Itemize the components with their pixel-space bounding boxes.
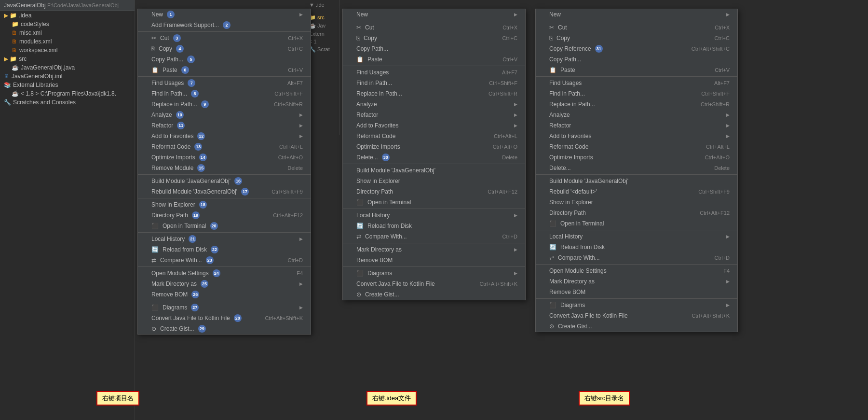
menu-item-diagrams[interactable]: ⬛Diagrams27 xyxy=(138,302,311,313)
menu2-item-convert[interactable]: Convert Java File to Kotlin File Ctrl+Al… xyxy=(343,279,525,289)
menu3-item-refactor[interactable]: Refactor xyxy=(536,120,737,131)
menu-item-optimize-imports[interactable]: Optimize Imports14 Ctrl+Alt+O xyxy=(138,152,311,163)
menu2-item-delete[interactable]: Delete...30 Delete xyxy=(343,152,525,163)
menu-item-local-history[interactable]: Local History21 xyxy=(138,234,311,244)
menu2-item-diagrams[interactable]: ⬛Diagrams xyxy=(343,268,525,279)
tree-item-scratches[interactable]: 🔧 Scratches and Consoles xyxy=(0,98,135,107)
menu-label: Open Module Settings xyxy=(151,270,209,277)
menu-item-reload-disk[interactable]: 🔄Reload from Disk22 xyxy=(138,244,311,255)
menu-item-analyze[interactable]: Analyze10 xyxy=(138,110,311,120)
menu2-item-gist[interactable]: ⊙Create Gist... xyxy=(343,289,525,300)
menu3-item-mark-dir[interactable]: Mark Directory as xyxy=(536,276,737,287)
menu3-item-local-history[interactable]: Local History xyxy=(536,231,737,242)
tree-item-java[interactable]: ☕ JavaGeneralObj.java xyxy=(0,63,135,72)
menu-item-add-framework[interactable]: Add Framework Support...2 xyxy=(138,20,311,30)
menu3-item-find-in-path[interactable]: Find in Path... Ctrl+Shift+F xyxy=(536,88,737,99)
menu3-item-copy[interactable]: ⎘Copy Ctrl+C xyxy=(536,33,737,43)
menu-item-rebuild-module[interactable]: Rebuild Module 'JavaGeneralObj'17 Ctrl+S… xyxy=(138,186,311,197)
menu-item-paste[interactable]: 📋Paste6 Ctrl+V xyxy=(138,65,311,75)
menu-item-copy-path[interactable]: Copy Path...5 xyxy=(138,54,311,65)
tree-item-src[interactable]: ▶ 📁 src xyxy=(0,55,135,63)
menu3-item-paste[interactable]: 📋Paste Ctrl+V xyxy=(536,65,737,75)
menu2-item-dir-path[interactable]: Directory Path Ctrl+Alt+F12 xyxy=(343,186,525,197)
tree-item-codeStyles[interactable]: 📁 codeStyles xyxy=(0,20,135,28)
menu2-item-remove-bom[interactable]: Remove BOM xyxy=(343,255,525,266)
menu-item-show-explorer[interactable]: Show in Explorer18 xyxy=(138,199,311,210)
menu-item-open-module-settings[interactable]: Open Module Settings24 F4 xyxy=(138,268,311,279)
file-tree-panel-2: ▼ .ide 📁 src ☕ Jav Extern < 1 🔧 Scrat xyxy=(306,0,340,135)
menu3-item-optimize[interactable]: Optimize Imports Ctrl+Alt+O xyxy=(536,152,737,163)
menu-item-find-in-path[interactable]: Find in Path...8 Ctrl+Shift+F xyxy=(138,88,311,99)
menu3-item-replace-in-path[interactable]: Replace in Path... Ctrl+Shift+R xyxy=(536,99,737,110)
menu3-item-terminal[interactable]: ⬛Open in Terminal xyxy=(536,218,737,229)
menu3-item-find-usages[interactable]: Find Usages Alt+F7 xyxy=(536,78,737,88)
menu-item-open-terminal[interactable]: ⬛Open in Terminal20 xyxy=(138,221,311,231)
menu-item-convert-kotlin[interactable]: Convert Java File to Kotlin File28 Ctrl+… xyxy=(138,313,311,323)
menu3-item-rebuild[interactable]: Rebuild '<default>' Ctrl+Shift+F9 xyxy=(536,186,737,197)
tree-item-misc[interactable]: 🗎 misc.xml xyxy=(0,28,135,37)
menu3-item-copy-reference[interactable]: Copy Reference31 Ctrl+Alt+Shift+C xyxy=(536,43,737,54)
menu3-item-open-module[interactable]: Open Module Settings F4 xyxy=(536,266,737,276)
menu-item-remove-module[interactable]: Remove Module15 Delete xyxy=(138,163,311,173)
menu2-item-show-explorer[interactable]: Show in Explorer xyxy=(343,176,525,186)
menu3-item-build[interactable]: Build Module 'JavaGeneralObj' xyxy=(536,176,737,186)
menu2-item-cut[interactable]: ✂Cut Ctrl+X xyxy=(343,22,525,33)
menu2-item-reload[interactable]: 🔄Reload from Disk xyxy=(343,221,525,231)
menu3-item-reformat[interactable]: Reformat Code Ctrl+Alt+L xyxy=(536,141,737,152)
menu2-item-copy-path[interactable]: Copy Path... xyxy=(343,43,525,54)
menu-item-compare-with[interactable]: ⇄Compare With...23 Ctrl+D xyxy=(138,255,311,266)
menu3-item-reload[interactable]: 🔄Reload from Disk xyxy=(536,242,737,252)
menu-item-build-module[interactable]: Build Module 'JavaGeneralObj'16 xyxy=(138,176,311,186)
menu-item-directory-path[interactable]: Directory Path19 Ctrl+Alt+F12 xyxy=(138,210,311,221)
menu2-item-copy[interactable]: ⎘Copy Ctrl+C xyxy=(343,33,525,43)
menu-label: Remove BOM xyxy=(356,257,393,264)
tree-item-iml[interactable]: 🗎 JavaGeneralObj.iml xyxy=(0,72,135,81)
tree-item-modules[interactable]: 🗎 modules.xml xyxy=(0,37,135,46)
menu-item-replace-in-path[interactable]: Replace in Path...9 Ctrl+Shift+R xyxy=(138,99,311,110)
menu-item-refactor[interactable]: Refactor11 xyxy=(138,120,311,131)
menu2-item-refactor[interactable]: Refactor xyxy=(343,110,525,120)
menu3-item-convert[interactable]: Convert Java File to Kotlin File Ctrl+Al… xyxy=(536,310,737,321)
menu2-item-paste[interactable]: 📋Paste Ctrl+V xyxy=(343,54,525,65)
menu3-item-new[interactable]: New xyxy=(536,9,737,20)
menu3-item-compare[interactable]: ⇄Compare With... Ctrl+D xyxy=(536,252,737,263)
menu3-item-gist[interactable]: ⊙Create Gist... xyxy=(536,321,737,332)
menu2-item-add-favorites[interactable]: Add to Favorites xyxy=(343,120,525,131)
menu2-item-analyze[interactable]: Analyze xyxy=(343,99,525,110)
menu-item-copy[interactable]: ⎘Copy4 Ctrl+C xyxy=(138,43,311,54)
menu3-item-diagrams[interactable]: ⬛Diagrams xyxy=(536,300,737,310)
menu3-item-copy-path[interactable]: Copy Path... xyxy=(536,54,737,65)
menu2-item-find-usages[interactable]: Find Usages Alt+F7 xyxy=(343,67,525,78)
iml-icon: 🗎 xyxy=(4,73,10,80)
menu2-item-build[interactable]: Build Module 'JavaGeneralObj' xyxy=(343,165,525,176)
menu-item-cut[interactable]: ✂Cut3 Ctrl+X xyxy=(138,33,311,43)
menu-item-create-gist[interactable]: ⊙Create Gist...29 xyxy=(138,323,311,334)
menu2-item-mark-dir[interactable]: Mark Directory as xyxy=(343,244,525,255)
menu-item-reformat[interactable]: Reformat Code13 Ctrl+Alt+L xyxy=(138,141,311,152)
menu-item-add-favorites[interactable]: Add to Favorites12 xyxy=(138,131,311,141)
menu-item-mark-directory[interactable]: Mark Directory as25 xyxy=(138,279,311,289)
tree-item-label: codeStyles xyxy=(21,21,49,28)
menu2-item-compare[interactable]: ⇄Compare With... Ctrl+D xyxy=(343,231,525,242)
menu3-item-cut[interactable]: ✂Cut Ctrl+X xyxy=(536,22,737,33)
menu3-item-add-favorites[interactable]: Add to Favorites xyxy=(536,131,737,141)
menu2-item-replace-in-path[interactable]: Replace in Path... Ctrl+Shift+R xyxy=(343,88,525,99)
menu2-item-reformat[interactable]: Reformat Code Ctrl+Alt+L xyxy=(343,131,525,141)
menu-item-remove-bom[interactable]: Remove BOM26 xyxy=(138,289,311,300)
menu3-item-delete[interactable]: Delete... Delete xyxy=(536,163,737,173)
menu3-item-show-explorer[interactable]: Show in Explorer xyxy=(536,197,737,208)
tree-item-ext-lib[interactable]: 📚 External Libraries xyxy=(0,81,135,89)
menu3-item-analyze[interactable]: Analyze xyxy=(536,110,737,120)
menu2-item-optimize[interactable]: Optimize Imports Ctrl+Alt+O xyxy=(343,141,525,152)
menu3-item-remove-bom[interactable]: Remove BOM xyxy=(536,287,737,297)
menu-item-new[interactable]: New1 xyxy=(138,9,311,20)
tree-item-workspace[interactable]: 🗎 workspace.xml xyxy=(0,46,135,55)
menu2-item-local-history[interactable]: Local History xyxy=(343,210,525,221)
menu2-item-find-in-path[interactable]: Find in Path... Ctrl+Shift+F xyxy=(343,78,525,88)
menu-item-find-usages[interactable]: Find Usages7 Alt+F7 xyxy=(138,78,311,88)
tree-item-idea[interactable]: ▶ 📁 .idea xyxy=(0,11,135,20)
menu2-item-terminal[interactable]: ⬛Open in Terminal xyxy=(343,197,525,208)
menu3-item-dir-path[interactable]: Directory Path Ctrl+Alt+F12 xyxy=(536,208,737,218)
tree-item-jdk[interactable]: ☕ < 1.8 > C:\Program Files\Java\jdk1.8. xyxy=(0,89,135,98)
menu2-item-new[interactable]: New xyxy=(343,9,525,20)
